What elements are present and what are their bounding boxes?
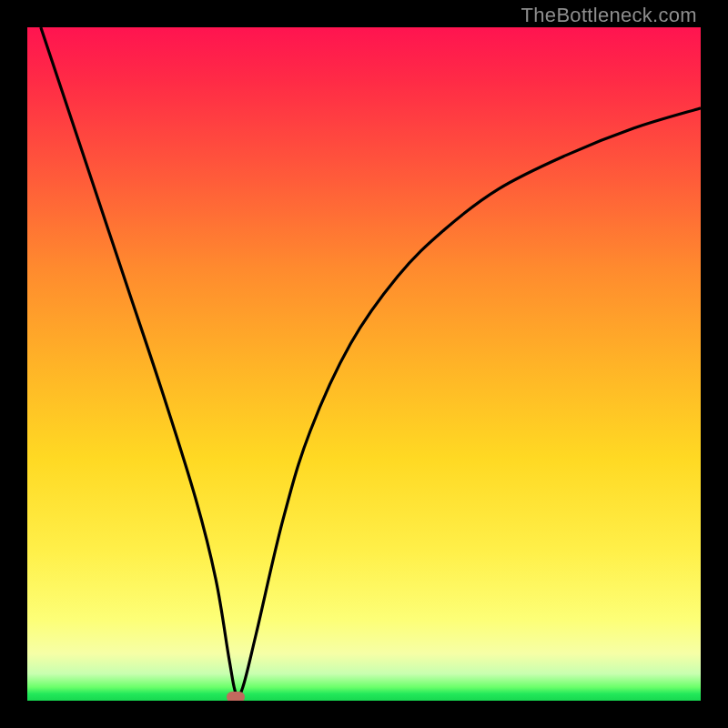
curve-path (41, 27, 701, 697)
chart-frame: TheBottleneck.com (0, 0, 728, 728)
plot-area (27, 27, 701, 701)
watermark-text: TheBottleneck.com (521, 4, 697, 27)
bottleneck-curve (27, 27, 701, 701)
min-marker (227, 692, 245, 701)
